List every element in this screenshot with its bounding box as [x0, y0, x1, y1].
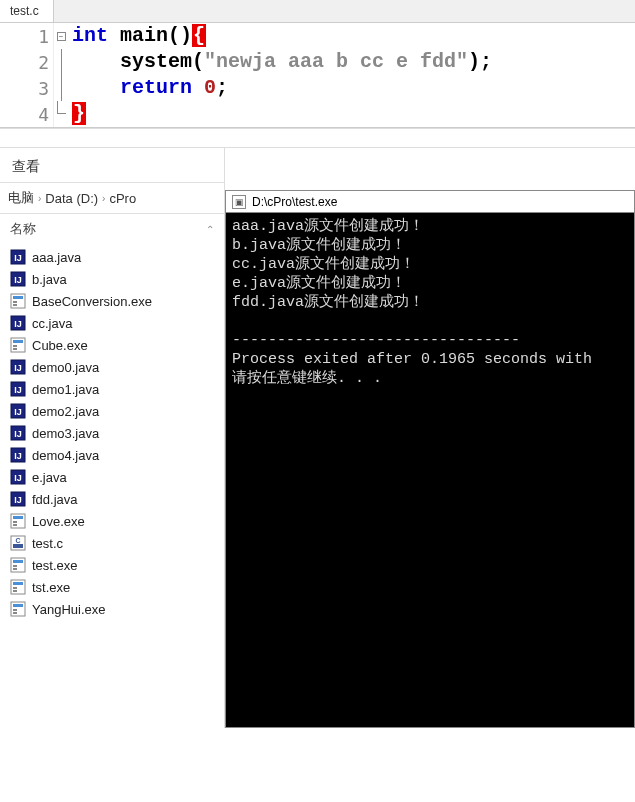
exe-file-icon — [10, 579, 26, 595]
file-name-label: Cube.exe — [32, 338, 88, 353]
svg-rect-41 — [13, 587, 17, 589]
svg-text:IJ: IJ — [14, 319, 22, 329]
file-item[interactable]: IJdemo0.java — [0, 356, 224, 378]
breadcrumb[interactable]: 电脑 › Data (D:) › cPro — [0, 182, 224, 214]
sort-indicator-icon: ⌃ — [206, 224, 214, 235]
svg-rect-5 — [13, 296, 23, 299]
svg-rect-46 — [13, 612, 17, 614]
editor-tab-bar: test.c — [0, 0, 635, 23]
java-file-icon: IJ — [10, 315, 26, 331]
lower-panel: 查看 电脑 › Data (D:) › cPro 名称 ⌃ IJaaa.java… — [0, 148, 635, 728]
file-item[interactable]: Cube.exe — [0, 334, 224, 356]
svg-rect-29 — [13, 516, 23, 519]
svg-text:IJ: IJ — [14, 275, 22, 285]
file-name-label: test.c — [32, 536, 63, 551]
exe-file-icon — [10, 337, 26, 353]
terminal-output[interactable]: aaa.java源文件创建成功！ b.java源文件创建成功！ cc.java源… — [226, 213, 634, 727]
code-content[interactable]: int main(){ system("newja aaa b cc e fdd… — [68, 23, 635, 127]
svg-rect-13 — [13, 348, 17, 350]
java-file-icon: IJ — [10, 447, 26, 463]
file-name-label: b.java — [32, 272, 67, 287]
svg-rect-7 — [13, 304, 17, 306]
file-name-label: test.exe — [32, 558, 78, 573]
code-line-4: } — [72, 101, 635, 127]
breadcrumb-seg[interactable]: cPro — [109, 191, 136, 206]
file-item[interactable]: IJdemo4.java — [0, 444, 224, 466]
svg-text:IJ: IJ — [14, 495, 22, 505]
file-item[interactable]: IJaaa.java — [0, 246, 224, 268]
exe-file-icon — [10, 513, 26, 529]
file-explorer: 查看 电脑 › Data (D:) › cPro 名称 ⌃ IJaaa.java… — [0, 148, 225, 728]
file-item[interactable]: test.exe — [0, 554, 224, 576]
file-item[interactable]: Ctest.c — [0, 532, 224, 554]
file-name-label: tst.exe — [32, 580, 70, 595]
svg-rect-12 — [13, 345, 17, 347]
breadcrumb-seg[interactable]: 电脑 — [8, 189, 34, 207]
column-header[interactable]: 名称 ⌃ — [0, 214, 224, 244]
chevron-right-icon: › — [38, 193, 41, 204]
file-name-label: BaseConversion.exe — [32, 294, 152, 309]
code-line-1: int main(){ — [72, 23, 635, 49]
file-name-label: demo1.java — [32, 382, 99, 397]
terminal-title-text: D:\cPro\test.exe — [252, 195, 337, 209]
app-icon: ▣ — [232, 195, 246, 209]
svg-text:IJ: IJ — [14, 385, 22, 395]
code-line-3: return 0; — [72, 75, 635, 101]
fold-minus-icon[interactable]: − — [57, 32, 66, 41]
svg-rect-30 — [13, 521, 17, 523]
editor-tab[interactable]: test.c — [0, 0, 54, 22]
file-item[interactable]: IJfdd.java — [0, 488, 224, 510]
file-item[interactable]: IJb.java — [0, 268, 224, 290]
file-name-label: Love.exe — [32, 514, 85, 529]
file-item[interactable]: YangHui.exe — [0, 598, 224, 620]
file-item[interactable]: IJdemo3.java — [0, 422, 224, 444]
svg-rect-36 — [13, 560, 23, 563]
file-item[interactable]: tst.exe — [0, 576, 224, 598]
code-editor: test.c 1 2 3 4 − int main(){ system("new… — [0, 0, 635, 128]
terminal-window: ▣ D:\cPro\test.exe aaa.java源文件创建成功！ b.ja… — [225, 190, 635, 728]
view-label: 查看 — [0, 148, 224, 182]
file-item[interactable]: IJdemo1.java — [0, 378, 224, 400]
breadcrumb-seg[interactable]: Data (D:) — [45, 191, 98, 206]
file-item[interactable]: IJcc.java — [0, 312, 224, 334]
file-item[interactable]: IJdemo2.java — [0, 400, 224, 422]
svg-text:IJ: IJ — [14, 407, 22, 417]
file-name-label: aaa.java — [32, 250, 81, 265]
file-item[interactable]: Love.exe — [0, 510, 224, 532]
chevron-right-icon: › — [102, 193, 105, 204]
file-name-label: demo0.java — [32, 360, 99, 375]
svg-rect-40 — [13, 582, 23, 585]
svg-text:IJ: IJ — [14, 363, 22, 373]
name-column-label: 名称 — [10, 220, 36, 238]
svg-rect-37 — [13, 565, 17, 567]
java-file-icon: IJ — [10, 491, 26, 507]
separator — [0, 128, 635, 148]
java-file-icon: IJ — [10, 469, 26, 485]
java-file-icon: IJ — [10, 359, 26, 375]
exe-file-icon — [10, 601, 26, 617]
file-item[interactable]: BaseConversion.exe — [0, 290, 224, 312]
file-name-label: cc.java — [32, 316, 72, 331]
svg-rect-38 — [13, 568, 17, 570]
svg-text:IJ: IJ — [14, 429, 22, 439]
exe-file-icon — [10, 293, 26, 309]
java-file-icon: IJ — [10, 403, 26, 419]
svg-text:IJ: IJ — [14, 253, 22, 263]
file-list[interactable]: IJaaa.javaIJb.javaBaseConversion.exeIJcc… — [0, 244, 224, 728]
file-name-label: YangHui.exe — [32, 602, 105, 617]
svg-text:IJ: IJ — [14, 451, 22, 461]
terminal-title-bar[interactable]: ▣ D:\cPro\test.exe — [226, 191, 634, 213]
svg-rect-31 — [13, 524, 17, 526]
file-name-label: demo2.java — [32, 404, 99, 419]
code-line-2: system("newja aaa b cc e fdd"); — [72, 49, 635, 75]
svg-rect-33 — [13, 544, 23, 548]
svg-rect-11 — [13, 340, 23, 343]
exe-file-icon — [10, 557, 26, 573]
file-name-label: fdd.java — [32, 492, 78, 507]
svg-rect-45 — [13, 609, 17, 611]
file-item[interactable]: IJe.java — [0, 466, 224, 488]
java-file-icon: IJ — [10, 249, 26, 265]
code-body[interactable]: 1 2 3 4 − int main(){ system("newja aaa … — [0, 23, 635, 127]
java-file-icon: IJ — [10, 381, 26, 397]
svg-text:C: C — [15, 537, 20, 544]
